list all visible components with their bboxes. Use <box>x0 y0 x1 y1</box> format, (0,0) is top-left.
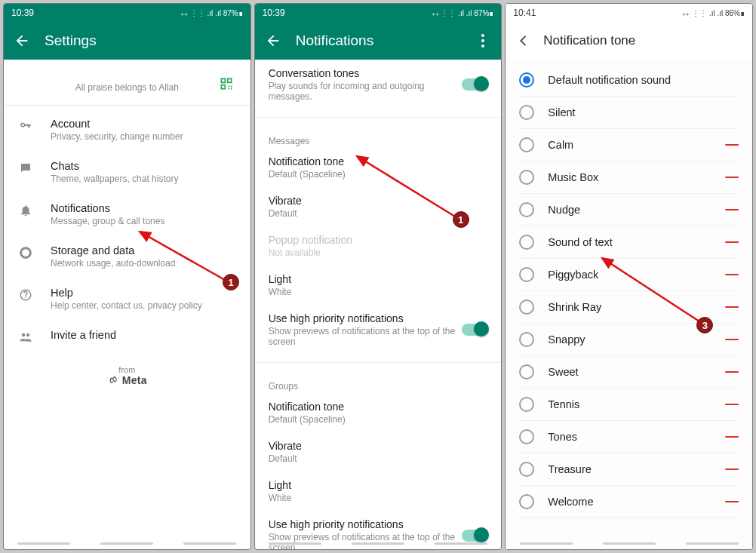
remove-icon[interactable] <box>725 274 739 275</box>
radio-icon[interactable] <box>519 462 534 477</box>
tone-label: Piggyback <box>548 269 725 281</box>
radio-icon[interactable] <box>519 332 534 347</box>
tone-item[interactable]: Sound of text <box>519 226 739 259</box>
nav-indicator <box>506 542 752 545</box>
pref-msg-high-priority[interactable]: Use high priority notifications Show pre… <box>269 305 488 355</box>
pref-title: Popup notification <box>269 234 488 246</box>
tone-label: Shrink Ray <box>548 301 725 313</box>
tone-item[interactable]: Treasure <box>519 453 739 486</box>
item-title: Storage and data <box>51 244 175 257</box>
invite-icon <box>17 329 34 344</box>
status-indicators: ₊₊ ⋮⋮ .ıl .ıl 87%∎ <box>180 9 243 17</box>
overflow-menu-icon[interactable] <box>474 32 492 50</box>
tone-item[interactable]: Music Box <box>519 161 739 194</box>
app-bar: Notifications <box>255 22 502 60</box>
remove-icon[interactable] <box>725 339 739 340</box>
tone-item[interactable]: Snappy <box>519 324 739 356</box>
radio-icon[interactable] <box>519 494 534 509</box>
tone-label: Treasure <box>548 463 725 475</box>
pref-msg-vibrate[interactable]: Vibrate Default <box>269 187 488 226</box>
settings-item-chats[interactable]: ChatsTheme, wallpapers, chat history <box>4 151 250 193</box>
pref-grp-notification-tone[interactable]: Notification tone Default (Spaceline) <box>269 393 488 432</box>
pref-title: Use high priority notifications <box>269 312 463 324</box>
radio-icon[interactable] <box>519 429 534 444</box>
back-chevron-icon[interactable] <box>515 32 533 50</box>
settings-item-notifications[interactable]: NotificationsMessage, group & call tones <box>4 193 250 235</box>
settings-item-storage-and-data[interactable]: Storage and dataNetwork usage, auto-down… <box>4 235 250 278</box>
remove-icon[interactable] <box>725 209 739 210</box>
phone-notifications: 10:39 ₊₊ ⋮⋮ .ıl .ıl 87%∎ Notifications C… <box>254 3 502 550</box>
radio-icon[interactable] <box>519 137 534 152</box>
app-bar: Notification tone <box>506 22 752 60</box>
status-time: 10:39 <box>11 8 34 18</box>
tone-item[interactable]: Tennis <box>519 389 739 421</box>
tone-label: Snappy <box>548 333 725 346</box>
radio-icon[interactable] <box>519 72 534 88</box>
remove-icon[interactable] <box>725 241 739 243</box>
tone-label: Nudge <box>548 204 725 216</box>
tone-item[interactable]: Silent <box>519 97 739 129</box>
pref-sub: Play sounds for incoming and outgoing me… <box>269 81 463 102</box>
tone-label: Silent <box>548 106 739 118</box>
profile-caption-row[interactable]: All praise belongs to Allah <box>4 60 250 99</box>
pref-sub: Default (Spaceline) <box>269 169 488 180</box>
tone-item[interactable]: Piggyback <box>519 259 739 291</box>
tone-item[interactable]: Tones <box>519 421 739 453</box>
radio-icon[interactable] <box>519 235 534 250</box>
radio-icon[interactable] <box>519 202 534 217</box>
back-icon[interactable] <box>13 32 31 50</box>
remove-icon[interactable] <box>725 177 739 178</box>
tone-label: Sound of text <box>548 236 725 248</box>
item-title: Chats <box>51 160 178 172</box>
tone-item[interactable]: Nudge <box>519 194 739 226</box>
radio-icon[interactable] <box>519 170 534 185</box>
remove-icon[interactable] <box>725 144 739 146</box>
remove-icon[interactable] <box>725 501 739 502</box>
pref-sub: Default <box>269 453 488 464</box>
divider <box>255 117 502 118</box>
status-time: 10:41 <box>513 8 536 18</box>
remove-icon[interactable] <box>725 306 739 308</box>
pref-title: Conversation tones <box>269 67 463 79</box>
item-sub: Theme, wallpapers, chat history <box>51 174 178 184</box>
item-sub: Help center, contact us, privacy policy <box>51 300 202 311</box>
item-title: Help <box>51 287 202 299</box>
tone-item[interactable]: Welcome <box>519 486 739 518</box>
settings-list: AccountPrivacy, security, change numberC… <box>4 109 250 353</box>
tone-label: Sweet <box>548 366 725 378</box>
radio-icon[interactable] <box>519 267 534 282</box>
pref-title: Vibrate <box>269 195 488 207</box>
pref-conversation-tones[interactable]: Conversation tones Play sounds for incom… <box>269 60 488 109</box>
pref-grp-vibrate[interactable]: Vibrate Default <box>269 432 488 472</box>
help-icon <box>17 287 34 302</box>
pref-title: Light <box>269 273 488 285</box>
status-bar: 10:41 ₊₊ ⋮⋮ .ıl .ıl 86%∎ <box>506 4 752 22</box>
remove-icon[interactable] <box>725 469 739 470</box>
toggle-grp-high-priority[interactable] <box>462 530 487 542</box>
remove-icon[interactable] <box>725 404 739 405</box>
pref-sub: Default <box>269 208 488 219</box>
pref-msg-notification-tone[interactable]: Notification tone Default (Spaceline) <box>269 148 488 187</box>
radio-icon[interactable] <box>519 300 534 315</box>
toggle-msg-high-priority[interactable] <box>462 324 487 336</box>
pref-grp-light[interactable]: Light White <box>269 472 488 511</box>
data-icon <box>17 244 34 260</box>
tone-item[interactable]: Sweet <box>519 356 739 389</box>
tone-item[interactable]: Shrink Ray <box>519 291 739 324</box>
radio-icon[interactable] <box>519 364 534 379</box>
toggle-conversation-tones[interactable] <box>462 78 487 91</box>
tone-item[interactable]: Default notification sound <box>519 64 739 97</box>
remove-icon[interactable] <box>725 436 739 438</box>
radio-icon[interactable] <box>519 105 534 120</box>
settings-item-help[interactable]: HelpHelp center, contact us, privacy pol… <box>4 278 250 320</box>
pref-msg-light[interactable]: Light White <box>269 266 488 305</box>
settings-item-account[interactable]: AccountPrivacy, security, change number <box>4 109 250 151</box>
back-icon[interactable] <box>264 32 282 50</box>
radio-icon[interactable] <box>519 397 534 412</box>
settings-item-invite-a-friend[interactable]: Invite a friend <box>4 320 250 353</box>
header-title: Notifications <box>296 32 374 49</box>
tone-label: Welcome <box>548 496 725 508</box>
remove-icon[interactable] <box>725 371 739 373</box>
tone-item[interactable]: Calm <box>519 129 739 161</box>
qr-icon[interactable] <box>219 76 234 94</box>
